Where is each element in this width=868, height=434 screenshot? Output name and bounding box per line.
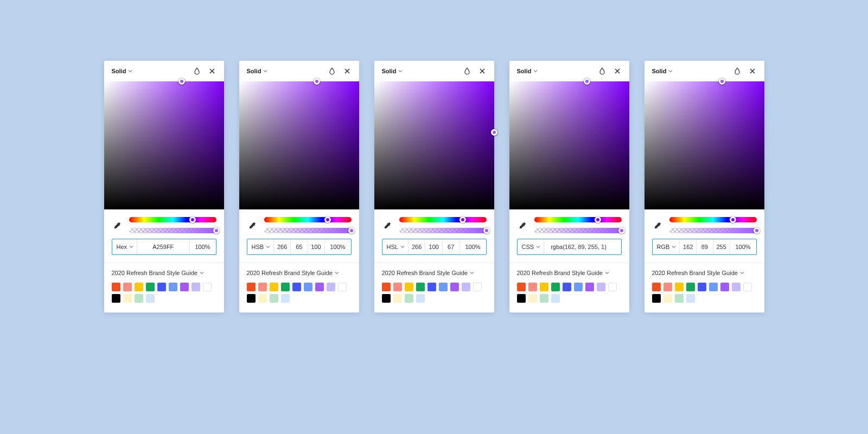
color-swatch[interactable] xyxy=(585,283,594,291)
color-swatch[interactable] xyxy=(315,283,324,291)
opacity-input[interactable]: 100% xyxy=(460,239,486,254)
color-swatch[interactable] xyxy=(180,283,189,291)
blend-mode-button[interactable] xyxy=(189,63,205,79)
color-swatch[interactable] xyxy=(416,283,425,291)
color-canvas[interactable] xyxy=(644,81,764,209)
canvas-handle[interactable] xyxy=(491,129,497,136)
green-input[interactable]: 89 xyxy=(697,239,713,254)
blend-mode-button[interactable] xyxy=(459,63,475,79)
color-swatch[interactable] xyxy=(675,294,684,303)
color-swatch[interactable] xyxy=(540,283,548,291)
hue-slider[interactable] xyxy=(264,217,352,222)
opacity-input[interactable]: 100% xyxy=(190,239,216,254)
color-swatch[interactable] xyxy=(732,283,741,291)
color-swatch[interactable] xyxy=(663,283,672,291)
color-mode-dropdown[interactable]: CSS xyxy=(518,239,545,254)
color-canvas[interactable] xyxy=(374,81,494,209)
color-swatch[interactable] xyxy=(146,283,155,291)
opacity-input[interactable]: 100% xyxy=(730,239,756,254)
color-swatch[interactable] xyxy=(258,294,267,303)
color-mode-dropdown[interactable]: Hex xyxy=(112,239,138,254)
opacity-slider[interactable] xyxy=(399,228,487,233)
color-swatch[interactable] xyxy=(304,283,312,291)
hex-input[interactable]: A259FF xyxy=(137,239,189,254)
color-swatch[interactable] xyxy=(382,283,391,291)
color-swatch[interactable] xyxy=(405,283,413,291)
hue-slider[interactable] xyxy=(399,217,487,222)
color-swatch[interactable] xyxy=(135,283,143,291)
fill-type-dropdown[interactable]: Solid xyxy=(112,68,133,74)
color-swatch[interactable] xyxy=(203,283,212,291)
color-swatch[interactable] xyxy=(192,283,200,291)
color-swatch[interactable] xyxy=(327,283,335,291)
color-swatch[interactable] xyxy=(270,294,278,303)
color-swatch[interactable] xyxy=(439,283,448,291)
color-swatch[interactable] xyxy=(270,283,278,291)
color-swatch[interactable] xyxy=(663,294,672,303)
red-input[interactable]: 162 xyxy=(680,239,697,254)
library-dropdown[interactable]: 2020 Refresh Brand Style Guide xyxy=(517,270,622,276)
library-dropdown[interactable]: 2020 Refresh Brand Style Guide xyxy=(112,270,216,276)
color-swatch[interactable] xyxy=(473,283,482,291)
color-swatch[interactable] xyxy=(157,283,166,291)
brightness-input[interactable]: 100 xyxy=(308,239,324,254)
color-swatch[interactable] xyxy=(281,294,290,303)
color-swatch[interactable] xyxy=(247,283,256,291)
color-swatch[interactable] xyxy=(551,283,560,291)
canvas-handle[interactable] xyxy=(719,78,725,85)
opacity-slider[interactable] xyxy=(669,228,757,233)
color-swatch[interactable] xyxy=(338,283,347,291)
hue-handle[interactable] xyxy=(324,216,331,223)
opacity-handle[interactable] xyxy=(348,227,355,234)
canvas-handle[interactable] xyxy=(314,78,320,85)
close-button[interactable] xyxy=(340,63,355,79)
color-swatch[interactable] xyxy=(528,283,537,291)
color-swatch[interactable] xyxy=(517,294,526,303)
blend-mode-button[interactable] xyxy=(324,63,340,79)
color-swatch[interactable] xyxy=(574,283,583,291)
fill-type-dropdown[interactable]: Solid xyxy=(382,68,403,74)
color-swatch[interactable] xyxy=(169,283,177,291)
hue-handle[interactable] xyxy=(730,216,736,223)
color-swatch[interactable] xyxy=(123,294,132,303)
css-input[interactable]: rgba(162, 89, 255, 1) xyxy=(544,239,621,254)
color-canvas[interactable] xyxy=(104,81,224,209)
opacity-handle[interactable] xyxy=(213,227,220,234)
color-swatch[interactable] xyxy=(528,294,537,303)
color-swatch[interactable] xyxy=(393,283,402,291)
opacity-input[interactable]: 100% xyxy=(325,239,351,254)
hue-handle[interactable] xyxy=(189,216,196,223)
color-swatch[interactable] xyxy=(416,294,425,303)
color-canvas[interactable] xyxy=(239,81,359,209)
color-swatch[interactable] xyxy=(551,294,560,303)
opacity-slider[interactable] xyxy=(534,228,622,233)
opacity-handle[interactable] xyxy=(483,227,490,234)
hue-slider[interactable] xyxy=(534,217,622,222)
color-swatch[interactable] xyxy=(123,283,132,291)
color-swatch[interactable] xyxy=(135,294,143,303)
color-swatch[interactable] xyxy=(698,283,706,291)
color-swatch[interactable] xyxy=(540,294,548,303)
lightness-input[interactable]: 67 xyxy=(443,239,460,254)
color-swatch[interactable] xyxy=(563,283,571,291)
hue-slider[interactable] xyxy=(129,217,216,222)
color-swatch[interactable] xyxy=(292,283,301,291)
color-swatch[interactable] xyxy=(393,294,402,303)
color-swatch[interactable] xyxy=(652,294,661,303)
color-swatch[interactable] xyxy=(720,283,729,291)
opacity-handle[interactable] xyxy=(618,227,625,234)
color-swatch[interactable] xyxy=(258,283,267,291)
saturation-input[interactable]: 65 xyxy=(291,239,308,254)
hue-slider[interactable] xyxy=(669,217,757,222)
color-swatch[interactable] xyxy=(743,283,752,291)
color-swatch[interactable] xyxy=(597,283,605,291)
color-mode-dropdown[interactable]: HSL xyxy=(382,239,409,254)
eyedropper-button[interactable] xyxy=(112,220,123,231)
close-button[interactable] xyxy=(205,63,220,79)
hue-handle[interactable] xyxy=(459,216,466,223)
color-swatch[interactable] xyxy=(405,294,413,303)
hue-input[interactable]: 266 xyxy=(274,239,291,254)
blend-mode-button[interactable] xyxy=(595,63,610,79)
fill-type-dropdown[interactable]: Solid xyxy=(247,68,268,74)
hue-handle[interactable] xyxy=(595,216,601,223)
